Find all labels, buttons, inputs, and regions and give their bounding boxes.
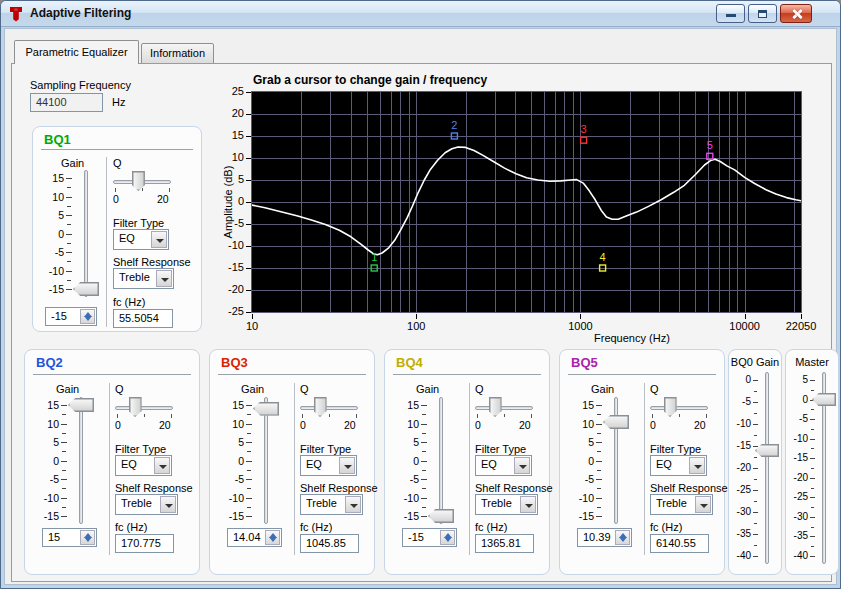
q-slider-tick (531, 414, 532, 418)
minimize-button[interactable] (716, 4, 745, 23)
gain-slider[interactable]: 151050-5-10-15 (568, 398, 631, 532)
chevron-down-icon[interactable] (695, 496, 711, 513)
chevron-down-icon[interactable] (339, 457, 355, 474)
filter-type-select[interactable]: EQ (115, 455, 172, 476)
chevron-down-icon[interactable] (154, 457, 170, 474)
axis-tick-label: 15 (218, 129, 244, 141)
gain-slider[interactable]: 151050-5-10-15 (38, 171, 101, 305)
filter-type-select[interactable]: EQ (650, 455, 707, 476)
slider-tick (753, 556, 758, 557)
fc-input[interactable]: 170.775 (115, 534, 174, 553)
gain-numeric[interactable]: 15 (42, 528, 97, 547)
shelf-response-select[interactable]: Treble (115, 494, 178, 515)
q-slider[interactable]: 020 (113, 171, 175, 207)
shelf-response-select[interactable]: Treble (475, 494, 538, 515)
q-slider[interactable]: 020 (115, 397, 177, 433)
slider-tick (810, 556, 815, 557)
filter-type-select[interactable]: EQ (300, 455, 357, 476)
q-slider[interactable]: 020 (475, 397, 537, 433)
slider-tick-label: -10 (731, 418, 751, 429)
slider-tick (421, 461, 427, 462)
master-title: Master (786, 356, 838, 368)
gain-slider[interactable]: 151050-5-10-15 (393, 398, 456, 532)
fc-input[interactable]: 6140.55 (650, 534, 709, 553)
bq0-gain-panel: BQ0 Gain 0-5-10-15-20-25-30-35-40 (728, 349, 782, 575)
q-slider[interactable]: 020 (650, 397, 712, 433)
filter-type-value: EQ (121, 458, 137, 470)
shelf-response-value: Treble (656, 497, 687, 509)
gain-numeric[interactable]: 10.39 (577, 528, 632, 547)
maximize-button[interactable] (748, 4, 777, 23)
slider-thumb[interactable] (253, 402, 279, 416)
slider-minor-tick (67, 243, 71, 244)
tab-information[interactable]: Information (141, 43, 214, 64)
gain-numeric[interactable]: -15 (402, 528, 457, 547)
sampling-frequency-field[interactable]: 44100 (30, 93, 103, 112)
chevron-down-icon[interactable] (689, 457, 705, 474)
q-slider-thumb[interactable] (314, 397, 327, 417)
slider-track[interactable] (264, 397, 268, 524)
slider-track[interactable] (765, 372, 769, 564)
gain-numeric[interactable]: -15 (45, 307, 97, 326)
chevron-down-icon[interactable] (520, 496, 536, 513)
spinner-buttons[interactable] (615, 530, 630, 545)
fc-input[interactable]: 1365.81 (475, 534, 534, 553)
slider-thumb[interactable] (68, 398, 94, 412)
slider-thumb[interactable] (428, 509, 454, 523)
q-slider-track[interactable] (475, 406, 533, 410)
axis-tick (580, 314, 581, 319)
q-slider-track[interactable] (650, 406, 708, 410)
axis-tick-label: 10 (222, 320, 282, 332)
q-slider-thumb[interactable] (489, 397, 502, 417)
q-slider-tick (477, 414, 478, 418)
slider-thumb[interactable] (73, 282, 99, 296)
slider-track[interactable] (439, 397, 443, 524)
fc-input[interactable]: 1045.85 (300, 534, 359, 553)
column-divider (106, 157, 107, 327)
bq0-gain-slider[interactable]: 0-5-10-15-20-25-30-35-40 (731, 372, 781, 572)
q-slider-thumb[interactable] (129, 397, 142, 417)
q-slider-track[interactable] (300, 406, 358, 410)
chevron-down-icon[interactable] (156, 270, 172, 287)
shelf-response-select[interactable]: Treble (650, 494, 713, 515)
fc-input[interactable]: 55.5054 (113, 309, 173, 328)
q-max-label: 20 (344, 419, 356, 431)
master-slider[interactable]: 50-5-10-15-20-25-30-35-40 (788, 372, 838, 572)
spinner-buttons[interactable] (265, 530, 280, 545)
q-slider[interactable]: 020 (300, 397, 362, 433)
shelf-response-select[interactable]: Treble (300, 494, 363, 515)
slider-thumb[interactable] (603, 415, 629, 429)
close-button[interactable] (780, 4, 812, 23)
slider-tick-label: 15 (218, 399, 244, 411)
shelf-response-select[interactable]: Treble (113, 268, 174, 289)
spinner-buttons[interactable] (80, 309, 95, 324)
chevron-down-icon[interactable] (345, 496, 361, 513)
q-slider-track[interactable] (115, 406, 173, 410)
spinner-buttons[interactable] (440, 530, 455, 545)
filter-type-select[interactable]: EQ (475, 455, 532, 476)
slider-track[interactable] (79, 397, 83, 524)
chevron-down-icon[interactable] (151, 231, 167, 248)
slider-minor-tick (67, 187, 71, 188)
spinner-buttons[interactable] (80, 530, 95, 545)
slider-tick (753, 446, 758, 447)
gain-slider[interactable]: 151050-5-10-15 (33, 398, 96, 532)
q-min-label: 0 (650, 419, 656, 431)
cursor-3[interactable] (581, 137, 587, 143)
gain-numeric[interactable]: 14.04 (227, 528, 282, 547)
slider-thumb[interactable] (755, 444, 779, 457)
slider-tick (753, 490, 758, 491)
slider-track[interactable] (84, 170, 88, 297)
tab-parametric-equalizer[interactable]: Parametric Equalizer (14, 40, 139, 64)
slider-tick-label: -10 (788, 433, 808, 444)
filter-type-select[interactable]: EQ (113, 229, 169, 250)
slider-tick-label: 10 (393, 418, 419, 430)
chevron-down-icon[interactable] (514, 457, 530, 474)
slider-minor-tick (811, 527, 814, 528)
chevron-down-icon[interactable] (160, 496, 176, 513)
gain-slider[interactable]: 151050-5-10-15 (218, 398, 281, 532)
slider-tick (421, 405, 427, 406)
q-max-label: 20 (519, 419, 531, 431)
slider-thumb[interactable] (812, 393, 836, 406)
q-slider-thumb[interactable] (664, 397, 677, 417)
